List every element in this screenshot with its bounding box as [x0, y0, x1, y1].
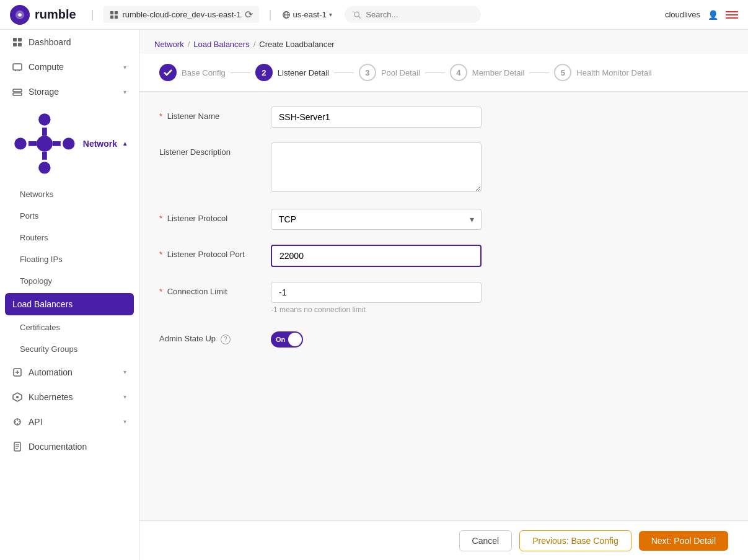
sidebar-item-compute[interactable]: Compute ▾: [0, 55, 139, 79]
admin-state-row: Admin State Up ? On: [159, 329, 728, 348]
svg-rect-1: [110, 11, 113, 14]
step-5-label: Health Monitor Detail: [576, 68, 651, 77]
sidebar-item-api[interactable]: API ▾: [0, 409, 139, 434]
step-5-circle: 5: [554, 64, 571, 81]
sidebar-item-documentation[interactable]: Documentation: [0, 434, 139, 459]
step-4-circle: 4: [450, 64, 467, 81]
svg-rect-13: [18, 43, 22, 46]
storage-arrow: ▾: [123, 89, 126, 95]
listener-port-label: * Listener Protocol Port: [159, 245, 271, 259]
project-selector[interactable]: rumble-cloud-core_dev-us-east-1 ⟳: [103, 6, 258, 23]
listener-protocol-select[interactable]: TCP HTTP HTTPS TERMINATED_HTTPS UDP: [271, 209, 482, 230]
sidebar-item-ports[interactable]: Ports: [0, 205, 139, 227]
admin-state-help-icon[interactable]: ?: [221, 335, 231, 344]
svg-rect-3: [110, 15, 113, 18]
project-name: rumble-cloud-core_dev-us-east-1: [122, 10, 240, 19]
sidebar-item-floating-ips[interactable]: Floating IPs: [0, 248, 139, 270]
automation-icon: [12, 367, 22, 377]
sidebar-item-networks[interactable]: Networks: [0, 183, 139, 205]
listener-name-field: [271, 107, 482, 128]
sidebar-item-dashboard[interactable]: Dashboard: [0, 30, 139, 55]
sidebar-item-routers[interactable]: Routers: [0, 227, 139, 248]
network-icon: [12, 112, 77, 176]
listener-name-input[interactable]: [271, 107, 482, 128]
region-selector[interactable]: us-east-1 ▾: [282, 10, 332, 19]
sidebar-label-load-balancers: Load Balancers: [12, 299, 73, 309]
sidebar-item-network[interactable]: Network ▴: [0, 104, 139, 183]
svg-rect-17: [13, 89, 22, 92]
sidebar-label-storage: Storage: [29, 87, 59, 97]
refresh-button[interactable]: ⟳: [245, 9, 253, 20]
svg-point-20: [14, 138, 26, 149]
sidebar-item-kubernetes[interactable]: Kubernetes ▾: [0, 385, 139, 409]
toggle-knob: [288, 333, 302, 346]
sidebar-item-load-balancers[interactable]: Load Balancers: [5, 293, 134, 315]
sidebar-label-documentation: Documentation: [29, 442, 87, 452]
main-content: Network / Load Balancers / Create Loadba…: [139, 30, 748, 560]
previous-button[interactable]: Previous: Base Config: [519, 530, 631, 551]
hamburger-menu[interactable]: [726, 11, 738, 19]
breadcrumb-network[interactable]: Network: [154, 40, 184, 49]
username: cloudlives: [665, 10, 700, 19]
network-arrow: ▴: [123, 140, 126, 147]
separator-1: |: [91, 8, 94, 21]
step-1-circle: [159, 64, 177, 81]
listener-port-input[interactable]: [271, 245, 482, 267]
step-divider-4: [529, 72, 549, 73]
breadcrumb-sep-2: /: [253, 40, 256, 49]
compute-icon: [12, 62, 22, 72]
sidebar-label-dashboard: Dashboard: [29, 37, 71, 47]
storage-icon: [12, 87, 22, 97]
listener-description-input[interactable]: [271, 142, 482, 192]
step-3-label: Pool Detail: [381, 68, 420, 77]
logo-text: rumble: [35, 7, 76, 22]
form-area: * Listener Name Listener Description: [139, 92, 748, 520]
svg-rect-12: [13, 43, 17, 46]
step-5-number: 5: [561, 68, 565, 77]
next-button[interactable]: Next: Pool Detail: [639, 531, 728, 551]
breadcrumb-sep-1: /: [188, 40, 190, 49]
svg-rect-10: [13, 38, 17, 42]
step-3-number: 3: [365, 68, 369, 77]
listener-description-field: [271, 142, 482, 194]
search-bar[interactable]: [345, 6, 481, 23]
region-chevron: ▾: [329, 11, 332, 18]
required-star-4: *: [159, 287, 162, 296]
svg-point-8: [354, 12, 359, 17]
kubernetes-icon: [12, 392, 22, 402]
listener-protocol-row: * Listener Protocol TCP HTTP HTTPS TERMI…: [159, 209, 728, 230]
sidebar: Dashboard Compute ▾ Storage ▾ Network ▴ …: [0, 30, 139, 560]
separator-2: |: [269, 8, 272, 21]
connection-limit-input[interactable]: [271, 282, 482, 303]
sidebar-label-kubernetes: Kubernetes: [29, 392, 73, 402]
admin-state-toggle[interactable]: On: [271, 331, 303, 348]
step-4: 4 Member Detail: [450, 64, 525, 81]
kubernetes-arrow: ▾: [123, 393, 126, 400]
admin-state-label: Admin State Up ?: [159, 329, 271, 344]
required-star-2: *: [159, 214, 162, 223]
topbar: rumble | rumble-cloud-core_dev-us-east-1…: [0, 0, 748, 30]
step-2-number: 2: [262, 68, 266, 77]
footer: Cancel Previous: Base Config Next: Pool …: [139, 520, 748, 560]
globe-icon: [282, 11, 291, 19]
cancel-button[interactable]: Cancel: [459, 530, 513, 551]
svg-rect-18: [13, 93, 22, 95]
connection-limit-label: * Connection Limit: [159, 282, 271, 296]
automation-arrow: ▾: [123, 369, 126, 375]
sidebar-item-topology[interactable]: Topology: [0, 270, 139, 292]
listener-description-label: Listener Description: [159, 142, 271, 157]
sidebar-item-automation[interactable]: Automation ▾: [0, 360, 139, 385]
listener-name-row: * Listener Name: [159, 107, 728, 128]
sidebar-item-security-groups[interactable]: Security Groups: [0, 338, 139, 360]
sidebar-item-certificates[interactable]: Certificates: [0, 317, 139, 338]
step-3-circle: 3: [359, 64, 376, 81]
admin-state-field: On: [271, 329, 482, 348]
svg-point-23: [38, 162, 50, 173]
search-input[interactable]: [366, 10, 472, 19]
breadcrumb-load-balancers[interactable]: Load Balancers: [193, 40, 249, 49]
sidebar-item-storage[interactable]: Storage ▾: [0, 79, 139, 104]
breadcrumb: Network / Load Balancers / Create Loadba…: [139, 30, 748, 54]
svg-point-19: [37, 136, 53, 152]
grid-icon: [110, 11, 118, 19]
step-2-label: Listener Detail: [278, 68, 329, 77]
